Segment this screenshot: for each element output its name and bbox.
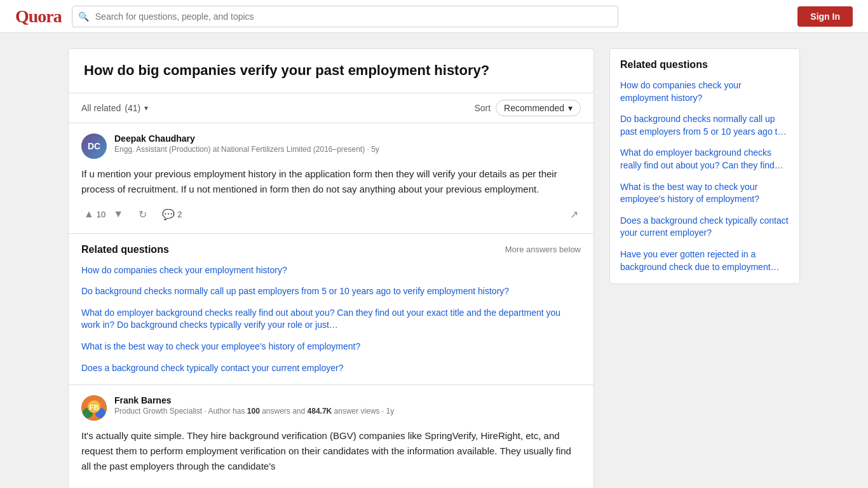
avatar-frank: FB — [81, 395, 107, 421]
answers-count: 100 — [247, 407, 260, 416]
chevron-down-icon: ▾ — [568, 103, 573, 113]
search-bar-container: 🔍 — [72, 6, 618, 27]
page-layout: How do big companies verify your past em… — [53, 48, 815, 488]
views-label: answer views · 1y — [334, 407, 395, 416]
bio-prefix: Product Growth Specialist · Author has — [114, 407, 245, 416]
answer-card-frank: FB Frank Barnes Product Growth Specialis… — [68, 385, 594, 488]
svg-text:FB: FB — [90, 403, 99, 411]
retry-button[interactable]: ↻ — [136, 206, 149, 223]
vote-group: ▲ 10 ▼ — [81, 206, 126, 222]
sidebar-title: Related questions — [620, 59, 789, 71]
author-info: Deepak Chaudhary Engg. Assistant (Produc… — [114, 133, 581, 154]
upvote-icon: ▲ — [84, 208, 94, 220]
author-stats-frank: Product Growth Specialist · Author has 1… — [114, 407, 581, 416]
quora-logo: Quora — [15, 6, 62, 27]
comment-button[interactable]: 💬 2 — [159, 206, 184, 223]
retry-icon: ↻ — [139, 209, 147, 220]
sidebar-link-1[interactable]: Do background checks normally call up pa… — [620, 113, 789, 138]
author-name: Deepak Chaudhary — [114, 133, 581, 144]
sort-value: Recommended — [504, 103, 564, 113]
all-related-label: All related — [81, 103, 121, 113]
search-input[interactable] — [72, 6, 618, 27]
sidebar-link-5[interactable]: Have you ever gotten rejected in a backg… — [620, 248, 789, 273]
share-button[interactable]: ↗ — [567, 206, 581, 223]
question-title: How do big companies verify your past em… — [84, 62, 578, 80]
filters-bar: All related (41) ▾ Sort Recommended ▾ — [68, 93, 594, 123]
comment-count: 2 — [177, 210, 182, 219]
more-answers-label: More answers below — [505, 245, 581, 254]
sidebar-link-4[interactable]: Does a background check typically contac… — [620, 215, 789, 240]
chevron-down-icon: ▾ — [144, 104, 148, 112]
related-link-0[interactable]: How do companies check your employment h… — [81, 264, 581, 277]
downvote-button[interactable]: ▼ — [111, 206, 126, 222]
avatar: DC — [81, 133, 107, 159]
sidebar-card: Related questions How do companies check… — [609, 48, 800, 284]
sidebar: Related questions How do companies check… — [609, 48, 800, 284]
related-inline-card: Related questions More answers below How… — [68, 234, 594, 386]
answer-text: If u mention your previous employment hi… — [81, 166, 581, 197]
search-icon: 🔍 — [78, 11, 89, 22]
sidebar-link-2[interactable]: What do employer background checks reall… — [620, 147, 789, 172]
question-card: How do big companies verify your past em… — [68, 48, 594, 93]
answer-text-frank: It's actually quite simple. They hire ba… — [81, 428, 581, 474]
sidebar-link-3[interactable]: What is the best way to check your emplo… — [620, 181, 789, 206]
author-info-frank: Frank Barnes Product Growth Specialist ·… — [114, 395, 581, 416]
related-link-2[interactable]: What do employer background checks reall… — [81, 307, 581, 332]
related-inline-title: Related questions — [81, 244, 169, 255]
author-section-frank: FB Frank Barnes Product Growth Specialis… — [81, 395, 581, 421]
downvote-icon: ▼ — [113, 208, 123, 220]
related-link-1[interactable]: Do background checks normally call up pa… — [81, 285, 581, 298]
upvote-count: 10 — [97, 210, 105, 219]
related-link-3[interactable]: What is the best way to check your emplo… — [81, 341, 581, 353]
all-related-filter[interactable]: All related (41) ▾ — [81, 103, 148, 113]
author-bio: Engg. Assistant (Production) at National… — [114, 145, 581, 154]
related-link-4[interactable]: Does a background check typically contac… — [81, 362, 581, 375]
answer-actions: ▲ 10 ▼ ↻ 💬 2 ↗ — [81, 206, 581, 223]
related-inline-header: Related questions More answers below — [81, 244, 581, 255]
comment-icon: 💬 — [162, 208, 175, 220]
answers-label: answers and — [262, 407, 305, 416]
header: Quora 🔍 Sign In — [0, 0, 868, 33]
share-icon: ↗ — [570, 209, 578, 220]
upvote-button[interactable]: ▲ 10 — [81, 206, 108, 222]
answer-card-deepak: DC Deepak Chaudhary Engg. Assistant (Pro… — [68, 123, 594, 234]
author-section: DC Deepak Chaudhary Engg. Assistant (Pro… — [81, 133, 581, 159]
sort-area: Sort Recommended ▾ — [474, 100, 581, 116]
views-count: 484.7K — [308, 407, 332, 416]
sign-in-button[interactable]: Sign In — [797, 6, 853, 27]
author-name-frank: Frank Barnes — [114, 395, 581, 405]
sort-label: Sort — [474, 103, 491, 113]
all-related-count: (41) — [125, 103, 140, 113]
sort-dropdown[interactable]: Recommended ▾ — [496, 100, 581, 116]
main-content: How do big companies verify your past em… — [68, 48, 594, 488]
sidebar-link-0[interactable]: How do companies check your employment h… — [620, 79, 789, 104]
